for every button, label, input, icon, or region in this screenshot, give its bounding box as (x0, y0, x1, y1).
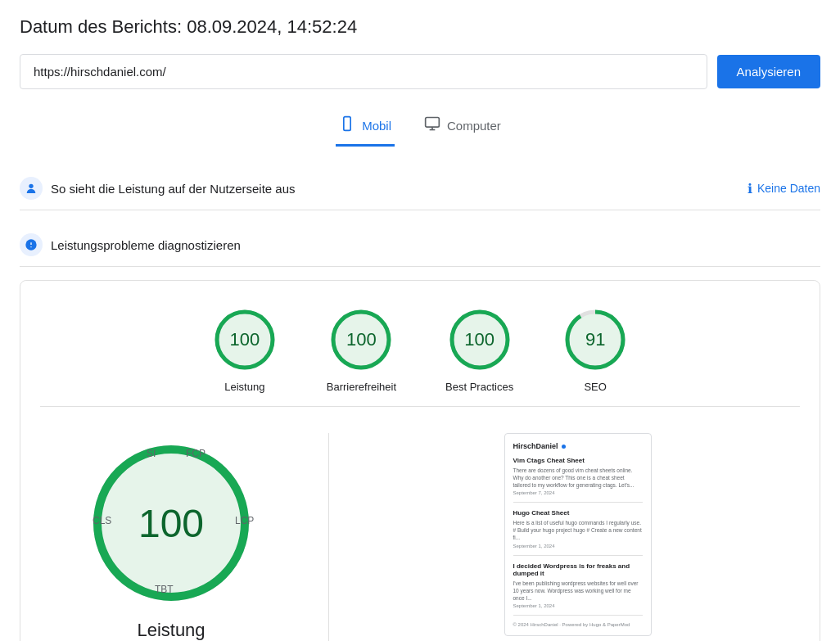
report-date: Datum des Berichts: 08.09.2024, 14:52:24 (20, 16, 820, 38)
score-best-practices: 100 Best Practices (445, 307, 513, 393)
score-value-best-practices: 100 (464, 329, 495, 350)
scores-divider (40, 406, 800, 407)
no-data-label: Keine Daten (757, 182, 820, 195)
user-performance-section: So sieht die Leistung auf der Nutzerseit… (20, 167, 820, 210)
tab-mobil-label: Mobil (362, 119, 391, 133)
user-performance-title: So sieht die Leistung auf der Nutzerseit… (51, 182, 296, 196)
tab-computer[interactable]: Computer (421, 109, 504, 147)
no-data-btn[interactable]: ℹ Keine Daten (747, 181, 820, 196)
preview-post-1: Hugo Cheat Sheet Here is a list of usefu… (513, 509, 643, 555)
preview-post-2-title: I decided Wordpress is for freaks and du… (513, 562, 643, 577)
score-label-best-practices: Best Practices (445, 381, 513, 393)
url-input[interactable] (20, 54, 707, 89)
svg-point-8 (30, 246, 31, 247)
info-icon: ℹ (747, 181, 752, 196)
tab-computer-label: Computer (447, 119, 501, 133)
preview-post-2: I decided Wordpress is for freaks and du… (513, 562, 643, 616)
diagnostics-title: Leistungsprobleme diagnostizieren (51, 238, 241, 252)
scores-card: 100 Leistung 100 Barrierefreiheit (20, 280, 820, 641)
big-gauge-container: SI FCP CLS LCP TBT 100 Leistung Die Wert… (40, 433, 302, 641)
svg-point-5 (29, 184, 33, 188)
preview-post-1-title: Hugo Cheat Sheet (513, 509, 643, 517)
user-performance-icon (20, 177, 43, 200)
score-circle-seo: 91 (562, 307, 628, 372)
analyze-button[interactable]: Analysieren (717, 55, 820, 88)
score-circle-leistung: 100 (212, 307, 278, 372)
mobile-icon (339, 115, 355, 136)
score-label-barrierefreiheit: Barrierefreiheit (327, 381, 396, 393)
score-label-seo: SEO (584, 381, 606, 393)
score-value-leistung: 100 (229, 329, 260, 350)
score-seo: 91 SEO (562, 307, 628, 393)
preview-post-1-text: Here is a list of useful hugo commands I… (513, 519, 643, 541)
big-gauge-title: Leistung (137, 620, 205, 641)
site-preview: HirschDaniel Vim Ctags Cheat Sheet There… (504, 433, 652, 636)
tab-mobil[interactable]: Mobil (336, 109, 395, 147)
preview-post-2-text: I've been publishing wordpress websites … (513, 580, 643, 602)
score-leistung: 100 Leistung (212, 307, 278, 393)
scores-row: 100 Leistung 100 Barrierefreiheit (40, 307, 800, 393)
desktop-icon (424, 115, 440, 136)
diagnostics-icon (20, 233, 43, 256)
tabs-container: Mobil Computer (20, 109, 820, 147)
detail-section: SI FCP CLS LCP TBT 100 Leistung Die Wert… (40, 420, 800, 641)
score-label-leistung: Leistung (224, 381, 264, 393)
preview-container: HirschDaniel Vim Ctags Cheat Sheet There… (355, 433, 800, 636)
score-barrierefreiheit: 100 Barrierefreiheit (327, 307, 396, 393)
gauge-label-si: SI (147, 448, 156, 459)
preview-site-name: HirschDaniel (513, 442, 558, 450)
gauge-label-lcp: LCP (235, 515, 254, 526)
diagnostics-section-header: Leistungsprobleme diagnostizieren (20, 223, 820, 267)
gauge-label-fcp: FCP (186, 448, 205, 459)
preview-header: HirschDaniel (513, 442, 643, 450)
preview-post-0-text: There are dozens of good vim cheat sheet… (513, 467, 643, 489)
preview-footer: © 2024 HirschDaniel · Powered by Hugo & … (513, 622, 643, 627)
big-gauge: SI FCP CLS LCP TBT 100 (81, 433, 261, 613)
url-bar: Analysieren (20, 54, 820, 89)
preview-post-0-title: Vim Ctags Cheat Sheet (513, 457, 643, 464)
gauge-label-tbt: TBT (155, 584, 174, 595)
preview-post-2-date: September 1, 2024 (513, 603, 643, 608)
user-performance-header-left: So sieht die Leistung auf der Nutzerseit… (20, 177, 296, 200)
detail-divider (328, 433, 329, 641)
preview-dot (562, 445, 566, 449)
preview-post-1-date: September 1, 2024 (513, 544, 643, 548)
gauge-label-cls: CLS (93, 515, 111, 526)
score-circle-best-practices: 100 (447, 307, 513, 372)
preview-post-0-date: September 7, 2024 (513, 490, 643, 495)
score-value-seo: 91 (585, 329, 605, 350)
svg-rect-2 (426, 118, 440, 128)
big-gauge-value: 100 (138, 501, 204, 546)
score-value-barrierefreiheit: 100 (346, 329, 377, 350)
score-circle-barrierefreiheit: 100 (328, 307, 394, 372)
preview-post-0: Vim Ctags Cheat Sheet There are dozens o… (513, 457, 643, 503)
